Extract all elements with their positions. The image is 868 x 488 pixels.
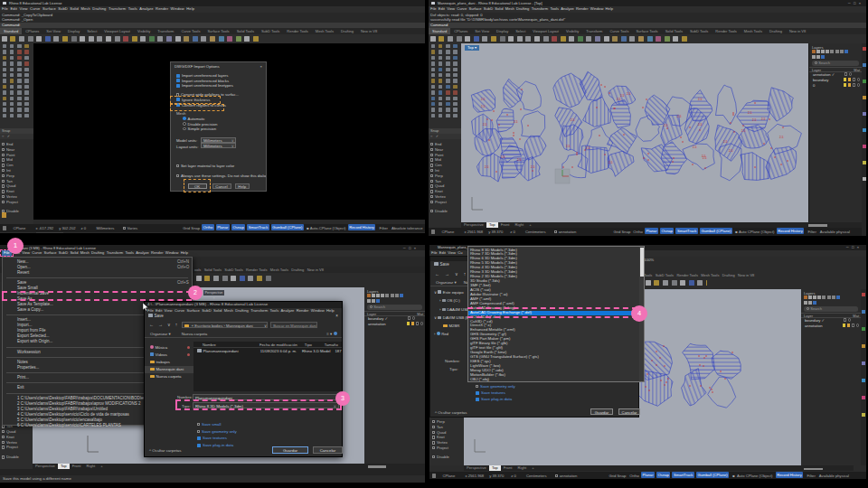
svg-text:2-5: 2-5 <box>741 129 746 133</box>
svg-text:2-5: 2-5 <box>723 140 728 144</box>
svg-text:2-5: 2-5 <box>779 136 784 139</box>
svg-text:2-5: 2-5 <box>566 145 571 148</box>
svg-text:2-5: 2-5 <box>609 161 613 164</box>
svg-text:2-5: 2-5 <box>698 123 703 127</box>
svg-text:2-5: 2-5 <box>761 117 766 121</box>
svg-text:2-5: 2-5 <box>698 98 703 101</box>
svg-text:2-5: 2-5 <box>664 124 668 127</box>
svg-text:2-5: 2-5 <box>586 146 590 150</box>
svg-text:2-5: 2-5 <box>702 155 706 158</box>
svg-text:2-5: 2-5 <box>514 120 518 124</box>
svg-text:2-5: 2-5 <box>501 155 505 159</box>
svg-text:2-5: 2-5 <box>729 149 733 153</box>
svg-text:2-5: 2-5 <box>531 165 535 169</box>
svg-text:2-5: 2-5 <box>617 98 621 101</box>
svg-text:2-5: 2-5 <box>481 98 486 101</box>
svg-text:2-5: 2-5 <box>677 115 682 118</box>
svg-text:2-5: 2-5 <box>627 92 631 96</box>
svg-text:2-5: 2-5 <box>620 94 625 98</box>
svg-text:2-5: 2-5 <box>693 145 697 149</box>
svg-text:2-5: 2-5 <box>517 158 522 162</box>
svg-text:2-5: 2-5 <box>483 123 487 127</box>
svg-text:2-5: 2-5 <box>752 118 757 122</box>
svg-text:2-5: 2-5 <box>571 118 575 122</box>
svg-text:2-5: 2-5 <box>485 165 489 169</box>
svg-text:2-5: 2-5 <box>748 111 752 115</box>
svg-text:2-5: 2-5 <box>481 105 486 108</box>
